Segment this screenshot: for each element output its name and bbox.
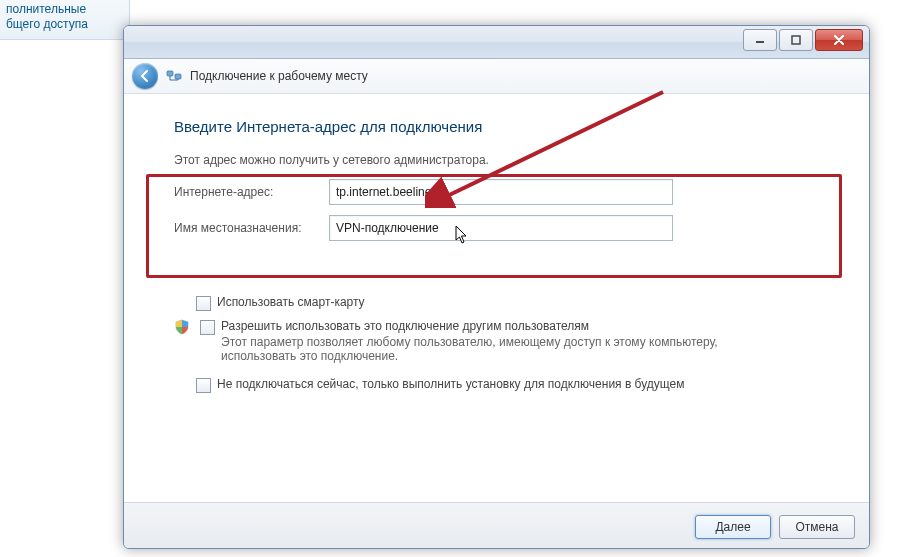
- destination-name-row: Имя местоназначения:: [174, 215, 819, 241]
- allow-others-label: Разрешить использовать это подключение д…: [221, 319, 741, 333]
- network-places-icon: [166, 68, 182, 84]
- svg-rect-1: [792, 36, 800, 44]
- bg-text-line2: бщего доступа: [6, 17, 123, 32]
- dialog-window: Подключение к рабочему месту Введите Инт…: [123, 25, 870, 549]
- svg-rect-2: [167, 71, 173, 76]
- allow-others-checkbox[interactable]: [200, 320, 215, 335]
- destination-name-input[interactable]: [329, 215, 673, 241]
- allow-others-subtext: Этот параметр позволяет любому пользоват…: [221, 335, 741, 363]
- no-connect-now-label: Не подключаться сейчас, только выполнить…: [217, 377, 685, 391]
- maximize-icon: [791, 35, 801, 45]
- page-subtext: Этот адрес можно получить у сетевого адм…: [174, 153, 819, 167]
- internet-address-input[interactable]: [329, 179, 673, 205]
- window-controls: [743, 29, 863, 51]
- form-block: Интернете-адрес: Имя местоназначения:: [174, 179, 819, 241]
- maximize-button[interactable]: [779, 29, 813, 51]
- header-title: Подключение к рабочему месту: [190, 69, 368, 83]
- bg-text-line1: полнительные: [6, 2, 123, 17]
- header-strip: Подключение к рабочему месту: [124, 59, 869, 94]
- minimize-icon: [755, 35, 765, 45]
- back-button[interactable]: [132, 63, 158, 89]
- page-heading: Введите Интернета-адрес для подключения: [174, 118, 819, 135]
- content-area: Введите Интернета-адрес для подключения …: [124, 94, 869, 502]
- back-arrow-icon: [138, 69, 152, 83]
- internet-address-row: Интернете-адрес:: [174, 179, 819, 205]
- footer: Далее Отмена: [124, 502, 869, 549]
- cancel-button[interactable]: Отмена: [779, 515, 855, 539]
- svg-rect-3: [175, 74, 181, 79]
- close-button[interactable]: [815, 29, 863, 51]
- minimize-button[interactable]: [743, 29, 777, 51]
- allow-others-row: Разрешить использовать это подключение д…: [196, 319, 819, 363]
- next-button[interactable]: Далее: [695, 515, 771, 539]
- smartcard-row: Использовать смарт-карту: [196, 295, 819, 311]
- close-icon: [833, 35, 845, 45]
- titlebar[interactable]: [124, 26, 869, 59]
- no-connect-now-row: Не подключаться сейчас, только выполнить…: [196, 377, 819, 393]
- svg-rect-0: [756, 41, 764, 43]
- internet-address-label: Интернете-адрес:: [174, 185, 329, 199]
- uac-shield-icon: [174, 319, 190, 335]
- no-connect-now-checkbox[interactable]: [196, 378, 211, 393]
- smartcard-label: Использовать смарт-карту: [217, 295, 365, 309]
- background-window-fragment: полнительные бщего доступа: [0, 0, 130, 40]
- smartcard-checkbox[interactable]: [196, 296, 211, 311]
- destination-name-label: Имя местоназначения:: [174, 221, 329, 235]
